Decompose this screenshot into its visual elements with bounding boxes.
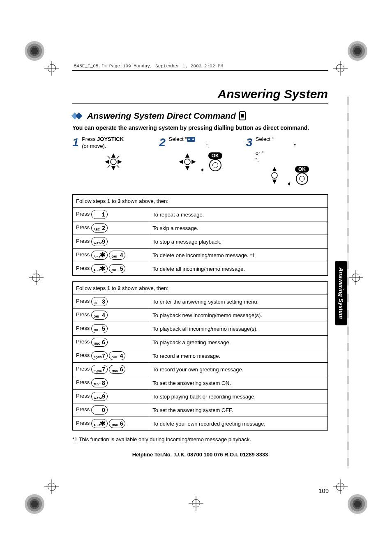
joystick-icon bbox=[178, 152, 197, 171]
description-cell: To playback a greeting message. bbox=[149, 336, 328, 349]
keypad-key-icon: A→a→✱ bbox=[91, 251, 108, 260]
table-row: Press 1To repeat a message. bbox=[73, 208, 328, 221]
registration-mark-icon bbox=[44, 61, 59, 76]
joystick-icon bbox=[265, 166, 284, 185]
press-cell: Press WXYZ9 bbox=[73, 390, 149, 403]
print-mark-icon bbox=[348, 41, 367, 61]
footnote: *1 This function is available only durin… bbox=[72, 436, 328, 442]
step-text-fragment: ”. bbox=[206, 143, 209, 149]
press-cell: Press PQRS7 MNO6 bbox=[73, 363, 149, 376]
section-heading: Answering System Direct Command bbox=[72, 111, 328, 121]
step-1: 1 Press JOYSTICK(or move). bbox=[72, 136, 154, 187]
keypad-key-icon: A→a→✱ bbox=[91, 419, 108, 428]
step-2: 2 Select “ ”. ➧ OK bbox=[159, 136, 241, 187]
command-table-1: Follow steps 1 to 3 shown above, then: P… bbox=[72, 194, 328, 276]
divider bbox=[72, 70, 328, 71]
table-row: Press JKL5To playback all incoming/memo … bbox=[73, 322, 328, 336]
step-text-fragment: ” bbox=[294, 143, 295, 149]
description-cell: To enter the answering system setting me… bbox=[149, 295, 328, 309]
page-number: 109 bbox=[318, 487, 329, 494]
step-3: 3 Select “ ” or “ ”. ➧ OK bbox=[246, 136, 328, 187]
svg-point-6 bbox=[272, 173, 277, 178]
step-number: 1 bbox=[72, 136, 79, 149]
press-cell: Press ABC2 bbox=[73, 221, 149, 235]
side-gutter bbox=[347, 97, 349, 469]
svg-line-4 bbox=[117, 165, 119, 168]
table-row: Press GHI4To playback new incoming/memo … bbox=[73, 309, 328, 322]
svg-line-1 bbox=[108, 156, 110, 159]
table-row: Press ABC2To skip a message. bbox=[73, 221, 328, 235]
step-number: 2 bbox=[159, 136, 166, 149]
table-row: Press 0To set the answering system OFF. bbox=[73, 403, 328, 417]
keypad-key-icon: GHI4 bbox=[109, 351, 125, 360]
svg-point-0 bbox=[111, 159, 116, 165]
keypad-key-icon: 1 bbox=[91, 210, 108, 219]
arrow-right-icon: ➧ bbox=[287, 180, 292, 187]
print-mark-icon bbox=[25, 41, 44, 61]
dial-ring-icon bbox=[209, 159, 221, 171]
registration-mark-icon bbox=[348, 270, 363, 285]
print-mark-icon bbox=[25, 494, 44, 514]
registration-mark-icon bbox=[189, 496, 203, 511]
table-header: Follow steps 1 to 2 shown above, then: bbox=[73, 282, 328, 295]
page-title: Answering System bbox=[72, 87, 328, 101]
description-cell: To set the answering system ON. bbox=[149, 376, 328, 390]
table-row: Press MNO6To playback a greeting message… bbox=[73, 336, 328, 349]
keypad-key-icon: PQRS7 bbox=[91, 365, 108, 374]
step-number: 3 bbox=[246, 136, 253, 149]
svg-line-3 bbox=[108, 165, 110, 168]
description-cell: To record your own greeting message. bbox=[149, 363, 328, 376]
keypad-key-icon: TUV8 bbox=[91, 378, 108, 387]
table-row: Press PQRS7 MNO6To record your own greet… bbox=[73, 363, 328, 376]
joystick-icon bbox=[104, 152, 123, 171]
command-table-2: Follow steps 1 to 2 shown above, then: P… bbox=[72, 281, 328, 431]
keypad-key-icon: MNO6 bbox=[109, 365, 125, 374]
step-text: Select “ ”. bbox=[169, 136, 209, 150]
step-text-fragment: ”. bbox=[256, 157, 259, 163]
keypad-key-icon: MNO6 bbox=[91, 338, 108, 347]
ok-button-icon: OK bbox=[295, 166, 309, 173]
press-cell: Press GHI4 bbox=[73, 309, 149, 322]
registration-mark-icon bbox=[333, 479, 348, 494]
table-row: Press TUV8To set the answering system ON… bbox=[73, 376, 328, 390]
keypad-key-icon: ABC2 bbox=[91, 223, 108, 233]
description-cell: To record a memo message. bbox=[149, 349, 328, 363]
table-row: Press A→a→✱ MNO6To delete your own recor… bbox=[73, 417, 328, 431]
print-mark-icon bbox=[348, 494, 367, 514]
press-cell: Press A→a→✱ JKL5 bbox=[73, 262, 149, 276]
section-heading-text: Answering System Direct Command bbox=[87, 111, 236, 121]
table-row: Press A→a→✱ JKL5To delete all incoming/m… bbox=[73, 262, 328, 276]
table-row: Press WXYZ9To stop playing back or recor… bbox=[73, 390, 328, 403]
keypad-key-icon: WXYZ9 bbox=[91, 392, 108, 401]
side-tab: Answering System bbox=[335, 261, 347, 325]
diamond-bullet-icon bbox=[72, 112, 84, 120]
description-cell: To repeat a message. bbox=[149, 208, 328, 221]
step-text-fragment: Select “ bbox=[169, 136, 187, 142]
table-header: Follow steps 1 to 3 shown above, then: bbox=[73, 195, 328, 208]
description-cell: To skip a message. bbox=[149, 221, 328, 235]
step-text: Select “ ” or “ ”. bbox=[256, 136, 301, 164]
keypad-key-icon: GHI4 bbox=[109, 251, 125, 260]
arrow-right-icon: ➧ bbox=[200, 166, 205, 173]
keypad-key-icon: A→a→✱ bbox=[91, 264, 108, 273]
keypad-key-icon: PQRS7 bbox=[91, 351, 108, 360]
keypad-key-icon: 0 bbox=[91, 405, 108, 415]
ok-button-icon: OK bbox=[208, 152, 222, 159]
page-header-meta: 545E_E_05.fm Page 109 Monday, September … bbox=[72, 64, 328, 69]
table-row: Press WXYZ9To stop a message playback. bbox=[73, 235, 328, 249]
steps-row: 1 Press JOYSTICK(or move). 2 Select “ ”. bbox=[72, 136, 328, 187]
intro-text: You can operate the answering system by … bbox=[72, 124, 328, 132]
press-cell: Press MNO6 bbox=[73, 336, 149, 349]
table-row: Press PQRS7 GHI4To record a memo message… bbox=[73, 349, 328, 363]
description-cell: To stop playing back or recording messag… bbox=[149, 390, 328, 403]
keypad-key-icon: JKL5 bbox=[91, 324, 108, 333]
svg-line-2 bbox=[117, 156, 119, 159]
press-cell: Press A→a→✱ GHI4 bbox=[73, 249, 149, 262]
helpline-text: Helpline Tel.No. :U.K. 08700 100 076 R.O… bbox=[72, 451, 328, 458]
description-cell: To delete your own recorded greeting mes… bbox=[149, 417, 328, 431]
press-cell: Press 0 bbox=[73, 403, 149, 417]
description-cell: To stop a message playback. bbox=[149, 235, 328, 249]
description-cell: To delete one incoming/memo message. *1 bbox=[149, 249, 328, 262]
registration-mark-icon bbox=[29, 270, 44, 285]
keypad-key-icon: WXYZ9 bbox=[91, 237, 108, 246]
